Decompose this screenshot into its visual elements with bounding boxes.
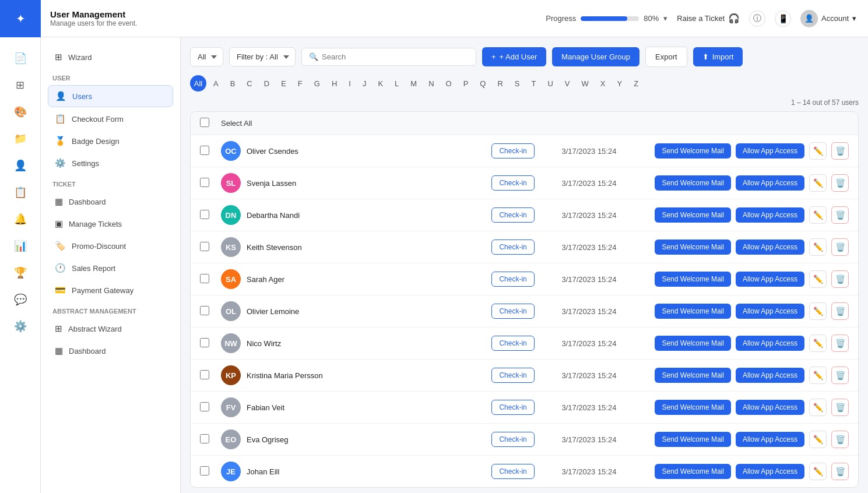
filter-all-select[interactable]: All — [190, 47, 223, 66]
alpha-btn-i[interactable]: I — [344, 77, 356, 90]
row-checkbox-3[interactable] — [200, 242, 209, 251]
send-mail-button-7[interactable]: Send Welcome Mail — [655, 368, 731, 383]
sidebar-item-sales[interactable]: 🕐 Sales Report — [48, 258, 173, 279]
checkin-button-10[interactable]: Check-in — [491, 464, 534, 479]
checkin-button-3[interactable]: Check-in — [491, 240, 534, 255]
allow-app-button-10[interactable]: Allow App Access — [736, 464, 804, 479]
alpha-btn-y[interactable]: Y — [612, 77, 627, 90]
row-checkbox-2[interactable] — [200, 210, 209, 219]
add-user-button[interactable]: + + Add User — [482, 47, 546, 66]
alpha-btn-u[interactable]: U — [543, 77, 557, 90]
allow-app-button-6[interactable]: Allow App Access — [736, 336, 804, 351]
sidebar-item-dashboard[interactable]: ▦ Dashboard — [48, 191, 173, 212]
checkin-button-0[interactable]: Check-in — [491, 143, 534, 159]
raise-ticket-btn[interactable]: Raise a Ticket 🎧 — [677, 13, 740, 24]
rail-icon-trophy[interactable]: 🏆 — [9, 261, 32, 284]
alpha-btn-all[interactable]: All — [190, 75, 206, 91]
sidebar-item-manage-tickets[interactable]: ▣ Manage Tickets — [48, 213, 173, 234]
checkin-button-5[interactable]: Check-in — [491, 304, 534, 319]
row-checkbox-1[interactable] — [200, 178, 209, 187]
send-mail-button-1[interactable]: Send Welcome Mail — [655, 175, 731, 191]
allow-app-button-7[interactable]: Allow App Access — [736, 368, 804, 383]
row-checkbox-9[interactable] — [200, 434, 209, 443]
sidebar-item-checkout[interactable]: 📋 Checkout Form — [48, 108, 173, 129]
filter-by-select[interactable]: Filter by : All — [229, 47, 296, 66]
edit-button-10[interactable]: ✏️ — [809, 463, 827, 480]
info-icon[interactable]: ⓘ — [749, 10, 765, 27]
allow-app-button-4[interactable]: Allow App Access — [736, 272, 804, 287]
edit-button-6[interactable]: ✏️ — [809, 334, 827, 352]
alpha-btn-s[interactable]: S — [510, 77, 525, 90]
delete-button-10[interactable]: 🗑️ — [831, 463, 849, 480]
alpha-btn-p[interactable]: P — [459, 77, 473, 90]
sidebar-item-abstract-dashboard[interactable]: ▦ Dashboard — [48, 340, 173, 361]
edit-button-4[interactable]: ✏️ — [809, 270, 827, 288]
alpha-btn-b[interactable]: B — [226, 77, 240, 90]
row-checkbox-7[interactable] — [200, 370, 209, 379]
delete-button-1[interactable]: 🗑️ — [831, 174, 849, 192]
send-mail-button-0[interactable]: Send Welcome Mail — [655, 143, 731, 159]
row-checkbox-0[interactable] — [200, 146, 209, 155]
alpha-btn-v[interactable]: V — [560, 77, 575, 90]
allow-app-button-2[interactable]: Allow App Access — [736, 207, 804, 223]
delete-button-2[interactable]: 🗑️ — [831, 206, 849, 224]
rail-icon-document[interactable]: 📄 — [9, 47, 32, 70]
send-mail-button-5[interactable]: Send Welcome Mail — [655, 304, 731, 319]
alpha-btn-o[interactable]: O — [441, 77, 456, 90]
edit-button-2[interactable]: ✏️ — [809, 206, 827, 224]
delete-button-5[interactable]: 🗑️ — [831, 302, 849, 320]
alpha-btn-n[interactable]: N — [424, 77, 438, 90]
search-input[interactable] — [322, 52, 469, 61]
alpha-btn-c[interactable]: C — [242, 77, 256, 90]
alpha-btn-g[interactable]: G — [310, 77, 325, 90]
sidebar-item-badge[interactable]: 🏅 Badge Design — [48, 131, 173, 152]
allow-app-button-5[interactable]: Allow App Access — [736, 304, 804, 319]
edit-button-9[interactable]: ✏️ — [809, 431, 827, 448]
alpha-btn-k[interactable]: K — [373, 77, 388, 90]
allow-app-button-3[interactable]: Allow App Access — [736, 240, 804, 255]
alpha-btn-f[interactable]: F — [293, 77, 307, 90]
send-mail-button-10[interactable]: Send Welcome Mail — [655, 464, 731, 479]
checkin-button-2[interactable]: Check-in — [491, 207, 534, 223]
rail-icon-chart[interactable]: 📊 — [9, 234, 32, 258]
sidebar-item-payment[interactable]: 💳 Payment Gateway — [48, 280, 173, 301]
allow-app-button-8[interactable]: Allow App Access — [736, 400, 804, 415]
alpha-btn-a[interactable]: A — [209, 77, 223, 90]
allow-app-button-0[interactable]: Allow App Access — [736, 143, 804, 159]
send-mail-button-3[interactable]: Send Welcome Mail — [655, 240, 731, 255]
delete-button-8[interactable]: 🗑️ — [831, 399, 849, 416]
export-button[interactable]: Export — [645, 47, 687, 67]
sidebar-item-promo[interactable]: 🏷️ Promo-Discount — [48, 235, 173, 256]
row-checkbox-8[interactable] — [200, 402, 209, 411]
edit-button-7[interactable]: ✏️ — [809, 367, 827, 384]
alpha-btn-w[interactable]: W — [577, 77, 593, 90]
checkin-button-6[interactable]: Check-in — [491, 336, 534, 351]
checkin-button-1[interactable]: Check-in — [491, 175, 534, 191]
progress-chevron[interactable]: ▾ — [663, 14, 667, 23]
row-checkbox-4[interactable] — [200, 274, 209, 283]
rail-icon-palette[interactable]: 🎨 — [9, 100, 32, 124]
manage-user-group-button[interactable]: Manage User Group — [552, 47, 639, 66]
account-button[interactable]: 👤 Account ▾ — [800, 10, 856, 27]
checkin-button-7[interactable]: Check-in — [491, 368, 534, 383]
mobile-icon[interactable]: 📱 — [775, 10, 791, 27]
row-checkbox-10[interactable] — [200, 466, 209, 476]
checkin-button-8[interactable]: Check-in — [491, 400, 534, 415]
delete-button-7[interactable]: 🗑️ — [831, 367, 849, 384]
rail-icon-chat[interactable]: 💬 — [9, 288, 32, 311]
send-mail-button-6[interactable]: Send Welcome Mail — [655, 336, 731, 351]
alpha-btn-e[interactable]: E — [276, 77, 291, 90]
import-button[interactable]: ⬆ Import — [693, 47, 743, 66]
send-mail-button-8[interactable]: Send Welcome Mail — [655, 400, 731, 415]
select-all-checkbox[interactable] — [200, 118, 209, 127]
sidebar-item-wizard[interactable]: ⊞ Wizard — [48, 47, 173, 68]
delete-button-4[interactable]: 🗑️ — [831, 270, 849, 288]
rail-icon-user[interactable]: 👤 — [9, 154, 32, 177]
delete-button-9[interactable]: 🗑️ — [831, 431, 849, 448]
rail-icon-list[interactable]: 📋 — [9, 181, 32, 204]
edit-button-5[interactable]: ✏️ — [809, 302, 827, 320]
checkin-button-9[interactable]: Check-in — [491, 432, 534, 447]
sidebar-item-abstract-wizard[interactable]: ⊞ Abstract Wizard — [48, 318, 173, 339]
alpha-btn-l[interactable]: L — [390, 77, 403, 90]
alpha-btn-d[interactable]: D — [259, 77, 274, 90]
